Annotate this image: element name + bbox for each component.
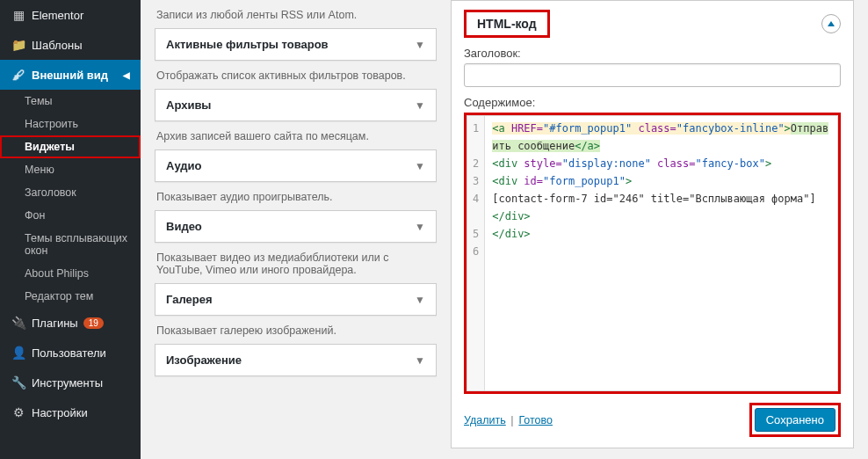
panel-title: HTML-код bbox=[464, 10, 550, 38]
triangle-up-icon bbox=[827, 19, 835, 28]
sidebar-item-settings[interactable]: ⚙ Настройки bbox=[0, 397, 141, 427]
caret-down-icon: ▼ bbox=[415, 160, 425, 172]
collapse-button[interactable] bbox=[821, 14, 841, 33]
brush-icon: 🖌 bbox=[11, 68, 26, 82]
wrench-icon: 🔧 bbox=[11, 375, 26, 390]
plugins-label: Плагины bbox=[32, 317, 78, 330]
panel-header: HTML-код bbox=[464, 10, 841, 38]
admin-sidebar: ▦ Elementor 📁 Шаблоны 🖌 Внешний вид ◀ Те… bbox=[0, 0, 141, 459]
sidebar-sub-header[interactable]: Заголовок bbox=[0, 181, 141, 204]
chevron-left-icon: ◀ bbox=[123, 70, 130, 80]
users-label: Пользователи bbox=[32, 346, 106, 360]
save-button[interactable]: Сохранено bbox=[755, 408, 835, 432]
sidebar-item-appearance[interactable]: 🖌 Внешний вид ◀ bbox=[0, 60, 141, 90]
content-highlight-box: 1 234 56 <a HREF="#form_popup1" class="f… bbox=[464, 113, 841, 394]
widget-hint: Записи из любой ленты RSS или Atom. bbox=[156, 9, 435, 21]
folder-icon: 📁 bbox=[11, 38, 26, 52]
delete-link[interactable]: Удалить bbox=[464, 414, 506, 426]
user-icon: 👤 bbox=[11, 346, 26, 360]
caret-down-icon: ▼ bbox=[415, 221, 425, 233]
widget-hint: Показывает видео из медиабиблиотеки или … bbox=[156, 251, 435, 276]
gear-icon: ⚙ bbox=[11, 405, 26, 419]
tools-label: Инструменты bbox=[32, 376, 103, 390]
sidebar-item-elementor[interactable]: ▦ Elementor bbox=[0, 0, 141, 30]
done-link[interactable]: Готово bbox=[518, 414, 553, 426]
plugins-badge: 19 bbox=[83, 317, 104, 329]
widget-item-archives[interactable]: Архивы ▼ bbox=[155, 89, 437, 121]
available-widgets-column: Записи из любой ленты RSS или Atom. Акти… bbox=[141, 0, 451, 459]
title-input[interactable] bbox=[464, 63, 841, 87]
caret-down-icon: ▼ bbox=[415, 99, 425, 112]
sidebar-sub-widgets[interactable]: Виджеты bbox=[0, 135, 141, 158]
widget-item-audio[interactable]: Аудио ▼ bbox=[155, 149, 437, 182]
main-content: Записи из любой ленты RSS или Atom. Акти… bbox=[141, 0, 868, 459]
sidebar-item-templates[interactable]: 📁 Шаблоны bbox=[0, 30, 141, 60]
plug-icon: 🔌 bbox=[11, 316, 26, 330]
sidebar-sub-customize[interactable]: Настроить bbox=[0, 113, 141, 135]
code-content[interactable]: <a HREF="#form_popup1" class="fancybox-i… bbox=[485, 116, 837, 390]
widget-hint: Отображать список активных фильтров това… bbox=[156, 69, 435, 82]
widget-settings-panel: HTML-код Заголовок: Содержимое: 1 234 56… bbox=[451, 0, 868, 459]
templates-label: Шаблоны bbox=[32, 39, 83, 52]
appearance-label: Внешний вид bbox=[32, 69, 108, 82]
sidebar-item-tools[interactable]: 🔧 Инструменты bbox=[0, 368, 141, 397]
widget-item-gallery[interactable]: Галерея ▼ bbox=[155, 283, 437, 316]
widget-item-image[interactable]: Изображение ▼ bbox=[155, 344, 437, 376]
widget-item-video[interactable]: Видео ▼ bbox=[155, 210, 437, 243]
settings-label: Настройки bbox=[32, 406, 88, 419]
sidebar-sub-themes[interactable]: Темы bbox=[0, 90, 141, 113]
widget-hint: Показывает аудио проигрыватель. bbox=[156, 191, 435, 203]
content-label: Содержимое: bbox=[464, 96, 841, 109]
widget-hint: Показывает галерею изображений. bbox=[156, 324, 435, 337]
caret-down-icon: ▼ bbox=[415, 354, 425, 367]
caret-down-icon: ▼ bbox=[415, 39, 425, 51]
sidebar-sub-editor[interactable]: Редактор тем bbox=[0, 285, 141, 308]
sidebar-sub-about[interactable]: About Philips bbox=[0, 262, 141, 285]
sidebar-sub-menus[interactable]: Меню bbox=[0, 158, 141, 181]
sidebar-sub-background[interactable]: Фон bbox=[0, 204, 141, 227]
sidebar-item-plugins[interactable]: 🔌 Плагины 19 bbox=[0, 308, 141, 338]
elementor-label: Elementor bbox=[32, 9, 83, 22]
panel-footer: Удалить | Готово Сохранено bbox=[464, 403, 841, 437]
line-gutter: 1 234 56 bbox=[467, 116, 485, 390]
caret-down-icon: ▼ bbox=[415, 294, 425, 306]
svg-marker-0 bbox=[828, 21, 835, 26]
code-editor[interactable]: 1 234 56 <a HREF="#form_popup1" class="f… bbox=[467, 115, 838, 391]
sidebar-item-users[interactable]: 👤 Пользователи bbox=[0, 338, 141, 368]
widget-item-filters[interactable]: Активные фильтры товаров ▼ bbox=[155, 28, 437, 61]
sidebar-sub-popup-themes[interactable]: Темы всплывающих окон bbox=[0, 227, 141, 262]
save-highlight-box: Сохранено bbox=[749, 403, 841, 437]
elementor-icon: ▦ bbox=[11, 8, 26, 22]
widget-hint: Архив записей вашего сайта по месяцам. bbox=[156, 130, 435, 142]
title-label: Заголовок: bbox=[464, 47, 841, 60]
